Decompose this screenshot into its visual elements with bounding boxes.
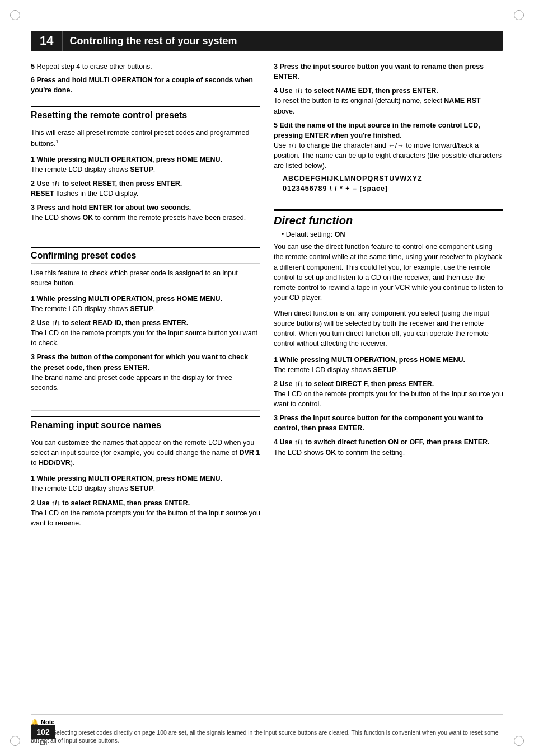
separator-2 xyxy=(31,410,260,411)
content-area: 5 Repeat step 4 to erase other buttons. … xyxy=(31,62,503,706)
rename-step-2-bold: 2 Use ↑/↓ to select RENAME, then press E… xyxy=(31,499,190,507)
resetting-title: Resetting the remote control presets xyxy=(31,110,187,120)
confirm-step-2-bold: 2 Use ↑/↓ to select READ ID, then press … xyxy=(31,319,188,327)
corner-mark-bl xyxy=(10,729,27,746)
resetting-intro: This will erase all preset remote contro… xyxy=(31,128,260,148)
corner-mark-br xyxy=(507,729,524,746)
footnote1-text: 1 When Selecting preset codes directly o… xyxy=(31,729,503,745)
reset-step-1: 1 While pressing MULTI OPERATION, press … xyxy=(31,154,260,175)
footnote-sup: 1 xyxy=(55,139,58,144)
rename-step-2-detail: The LCD on the remote prompts you for th… xyxy=(31,509,260,527)
confirm-step-3-detail: The brand name and preset code appears i… xyxy=(31,374,232,392)
df-step-3-bold: 3 Press the input source button for the … xyxy=(274,414,483,432)
page-wrapper: 14 Controlling the rest of your system 5… xyxy=(0,0,534,756)
footer-area: 🔔 Note 1 When Selecting preset codes dir… xyxy=(31,714,503,745)
charset-line2: 0123456789 \ / * + – [space] xyxy=(283,185,503,192)
reset-step-1-bold: 1 While pressing MULTI OPERATION, press … xyxy=(31,156,222,163)
confirming-title: Confirming preset codes xyxy=(31,251,136,260)
confirm-step-2-detail: The LCD on the remote prompts you for th… xyxy=(31,329,257,347)
df-step-4-bold: 4 Use ↑/↓ to switch direct function ON o… xyxy=(274,438,489,446)
corner-mark-tl xyxy=(10,10,27,27)
confirm-step-1-detail: The remote LCD display shows SETUP. xyxy=(31,305,155,313)
df-step-2-detail: The LCD on the remote prompts you for th… xyxy=(274,390,503,408)
rename-step-4-detail: To reset the button to its original (def… xyxy=(274,97,481,115)
chapter-number: 14 xyxy=(31,31,62,51)
df-step-3: 3 Press the input source button for the … xyxy=(274,413,503,433)
rename-step-3-bold: 3 Press the input source button you want… xyxy=(274,63,484,81)
confirm-step-2: 2 Use ↑/↓ to select READ ID, then press … xyxy=(31,318,260,348)
confirm-step-1-bold: 1 While pressing MULTI OPERATION, press … xyxy=(31,295,222,303)
rename-step-1-detail: The remote LCD display shows SETUP. xyxy=(31,485,155,492)
direct-function-section: Direct function Default setting: ON You … xyxy=(274,207,503,461)
confirm-step-3: 3 Press the button of the component for … xyxy=(31,352,260,393)
confirming-header: Confirming preset codes xyxy=(31,247,260,264)
rename-step-2: 2 Use ↑/↓ to select RENAME, then press E… xyxy=(31,498,260,528)
default-label: Default setting: xyxy=(286,231,335,238)
rename-step-1: 1 While pressing MULTI OPERATION, press … xyxy=(31,473,260,494)
df-step-4-detail: The LCD shows OK to confirm the setting. xyxy=(274,449,405,457)
df-step-4: 4 Use ↑/↓ to switch direct function ON o… xyxy=(274,437,503,457)
rename-step-5-detail: Use ↑/↓ to change the character and ←/→ … xyxy=(274,142,502,170)
rename-step-1-bold: 1 While pressing MULTI OPERATION, press … xyxy=(31,475,222,482)
step-6: 6 Press and hold MULTI OPERATION for a c… xyxy=(31,75,260,95)
confirm-step-1: 1 While pressing MULTI OPERATION, press … xyxy=(31,294,260,314)
reset-step-3-bold: 3 Press and hold ENTER for about two sec… xyxy=(31,204,191,212)
left-column: 5 Repeat step 4 to erase other buttons. … xyxy=(31,62,260,706)
renaming-section: Renaming input source names You can cust… xyxy=(31,416,260,532)
renaming-intro: You can customize the names that appear … xyxy=(31,438,260,468)
direct-function-intro: You can use the direct function feature … xyxy=(274,242,503,303)
rename-step-5-bold: 5 Edit the name of the input source in t… xyxy=(274,121,480,139)
confirm-step-3-bold: 3 Press the button of the component for … xyxy=(31,353,248,371)
renaming-title: Renaming input source names xyxy=(31,420,161,430)
default-value: ON xyxy=(335,231,345,238)
reset-step-2-bold: 2 Use ↑/↓ to select RESET, then press EN… xyxy=(31,180,182,187)
rename-step-5: 5 Edit the name of the input source in t… xyxy=(274,120,503,171)
page-lang: En xyxy=(40,739,47,746)
step-5-text: Repeat step 4 to erase other buttons. xyxy=(36,63,152,71)
separator-1 xyxy=(31,241,260,241)
resetting-header: Resetting the remote control presets xyxy=(31,106,260,123)
reset-step-1-detail: The remote LCD display shows SETUP. xyxy=(31,166,155,173)
reset-step-2: 2 Use ↑/↓ to select RESET, then press EN… xyxy=(31,179,260,199)
confirming-intro: Use this feature to check which preset c… xyxy=(31,268,260,288)
direct-function-title: Direct function xyxy=(274,214,353,227)
header-bar: 14 Controlling the rest of your system xyxy=(31,31,503,51)
step-5-num: 5 xyxy=(31,63,36,71)
step-6-num: 6 xyxy=(31,76,36,84)
corner-mark-tr xyxy=(507,10,524,27)
direct-function-default: Default setting: ON xyxy=(282,231,503,238)
renaming-continued: 3 Press the input source button you want… xyxy=(274,62,503,194)
renaming-header: Renaming input source names xyxy=(31,416,260,433)
confirming-section: Confirming preset codes Use this feature… xyxy=(31,247,260,397)
df-step-2-bold: 2 Use ↑/↓ to select DIRECT F, then press… xyxy=(274,380,434,388)
note-section: 🔔 Note 1 When Selecting preset codes dir… xyxy=(31,714,503,745)
reset-step-2-detail: RESET flashes in the LCD display. xyxy=(31,190,138,198)
charset-line1: ABCDEFGHIJKLMNOPQRSTUVWXYZ xyxy=(283,175,503,182)
chapter-title: Controlling the rest of your system xyxy=(62,31,237,51)
reset-step-3: 3 Press and hold ENTER for about two sec… xyxy=(31,203,260,223)
page-number: 102 xyxy=(31,725,55,739)
df-step-2: 2 Use ↑/↓ to select DIRECT F, then press… xyxy=(274,379,503,409)
rename-step-4-bold: 4 Use ↑/↓ to select NAME EDT, then press… xyxy=(274,87,438,95)
df-step-1: 1 While pressing MULTI OPERATION, press … xyxy=(274,355,503,375)
reset-step-3-detail: The LCD shows OK to confirm the remote p… xyxy=(31,214,246,222)
step-6-text: Press and hold MULTI OPERATION for a cou… xyxy=(31,76,253,94)
rename-step-3: 3 Press the input source button you want… xyxy=(274,62,503,82)
rename-step-4: 4 Use ↑/↓ to select NAME EDT, then press… xyxy=(274,86,503,116)
right-column: 3 Press the input source button you want… xyxy=(274,62,503,706)
df-step-1-bold: 1 While pressing MULTI OPERATION, press … xyxy=(274,356,465,364)
resetting-section: Resetting the remote control presets Thi… xyxy=(31,106,260,227)
direct-function-para2: When direct function is on, any componen… xyxy=(274,308,503,349)
top-steps: 5 Repeat step 4 to erase other buttons. … xyxy=(31,62,260,98)
direct-function-header: Direct function xyxy=(274,209,503,227)
step-5: 5 Repeat step 4 to erase other buttons. xyxy=(31,62,260,72)
df-step-1-detail: The remote LCD display shows SETUP. xyxy=(274,366,398,374)
